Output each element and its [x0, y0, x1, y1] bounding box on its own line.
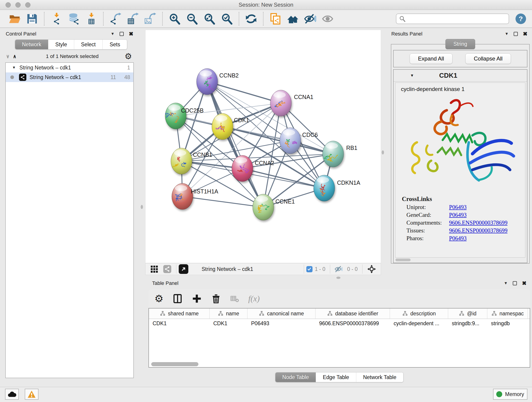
expand-all-networks-icon[interactable]: ∧∧ — [13, 55, 16, 58]
table-options-gear-icon[interactable]: ⚙ — [154, 294, 163, 303]
table-cell[interactable]: P06493 — [247, 319, 316, 329]
node-CCNA1[interactable] — [270, 90, 291, 116]
tab-sets[interactable]: Sets — [103, 40, 127, 49]
column-header-shared-name[interactable]: shared name — [149, 308, 210, 319]
right-splitter-handle[interactable] — [382, 150, 384, 154]
show-columns-icon[interactable] — [172, 294, 183, 304]
add-column-icon[interactable] — [192, 294, 202, 304]
table-cell[interactable]: CDK1 — [210, 319, 247, 329]
tab-network-table[interactable]: Network Table — [356, 372, 403, 382]
table-hscrollbar[interactable] — [151, 362, 198, 366]
close-panel-icon[interactable]: ✖ — [522, 280, 526, 287]
table-cell[interactable]: 9606.ENSP00000378699 — [316, 319, 390, 329]
node-table[interactable]: shared namenamecanonical namedatabase id… — [148, 308, 530, 368]
collection-expander-icon[interactable]: ▼ — [12, 65, 16, 70]
crosslink-link[interactable]: 9606.ENSP00000378699 — [449, 227, 507, 234]
zoom-fit-button[interactable] — [202, 12, 217, 26]
float-panel-icon[interactable] — [120, 32, 124, 36]
edge-HIST1H1A-CCNE1[interactable] — [182, 196, 263, 207]
crosslink-link[interactable]: P06493 — [449, 204, 467, 211]
tab-network[interactable]: Network — [15, 40, 48, 49]
tab-node-table[interactable]: Node Table — [275, 372, 316, 382]
table-cell[interactable]: stringdb — [487, 319, 528, 329]
memory-button[interactable]: Memory — [493, 389, 527, 400]
table-cell[interactable]: cyclin-dependent ... — [390, 319, 448, 329]
search-input[interactable] — [407, 16, 506, 22]
results-hscrollbar[interactable] — [395, 259, 411, 261]
edge-CDK1-RB1[interactable] — [222, 127, 333, 154]
edge-CCNA1-HIST1H1A[interactable] — [182, 103, 281, 196]
zoom-in-button[interactable] — [167, 12, 182, 26]
tab-style[interactable]: Style — [48, 40, 74, 49]
close-panel-icon[interactable]: ✖ — [523, 31, 527, 37]
network-graph[interactable]: CCNB2CCNA1CDC25BCDK1CDC6RB1CCNB1CCNA2CDK… — [146, 30, 381, 263]
node-RB1[interactable] — [323, 141, 344, 167]
left-splitter-handle[interactable] — [141, 205, 143, 209]
node-CCNB1[interactable] — [171, 148, 192, 174]
node-CCNE1[interactable] — [253, 194, 274, 220]
float-panel-icon[interactable] — [514, 32, 518, 36]
panel-menu-icon[interactable]: ▼ — [504, 281, 508, 286]
hidden-eye-icon[interactable] — [335, 265, 342, 273]
network-options-gear-icon[interactable]: ⚙ — [125, 52, 132, 61]
close-panel-icon[interactable]: ✖ — [129, 31, 133, 37]
node-CCNA2[interactable] — [232, 155, 253, 182]
expand-all-button[interactable]: Expand All — [410, 53, 452, 64]
grid-view-button[interactable] — [150, 265, 158, 273]
network-canvas[interactable]: CCNB2CCNA1CDC25BCDK1CDC6RB1CCNB1CCNA2CDK… — [145, 30, 381, 263]
hide-selected-button[interactable] — [303, 12, 317, 26]
crosslink-link[interactable]: 9606.ENSP00000378699 — [449, 220, 507, 226]
home-layout-button[interactable] — [285, 12, 300, 26]
zoom-selected-button[interactable] — [220, 12, 234, 26]
export-network-button[interactable] — [108, 12, 123, 26]
collapse-all-networks-icon[interactable]: ∨∨ — [6, 55, 9, 58]
column-header-namespac[interactable]: namespac — [487, 308, 528, 319]
network-collection-row[interactable]: ▼ String Network – cdk1 1 — [6, 63, 133, 72]
show-all-button[interactable] — [320, 12, 335, 26]
export-image-button[interactable] — [143, 12, 158, 26]
column-header-database-identifier[interactable]: database identifier — [316, 308, 390, 319]
collapse-all-button[interactable]: Collapse All — [465, 53, 511, 64]
float-panel-icon[interactable] — [513, 281, 517, 285]
crosslink-link[interactable]: P06493 — [449, 235, 467, 242]
column-header-name[interactable]: name — [210, 308, 247, 319]
tab-string[interactable]: String — [445, 39, 475, 49]
import-network-file-button[interactable] — [49, 12, 64, 26]
panel-menu-icon[interactable]: ▼ — [505, 32, 509, 36]
column-header-description[interactable]: description — [390, 308, 448, 319]
tab-select[interactable]: Select — [74, 40, 103, 49]
entry-expander-icon[interactable]: ▼ — [410, 73, 414, 78]
table-cell[interactable]: CDK1 — [149, 319, 210, 329]
node-CDK1[interactable] — [212, 114, 233, 140]
network-view-button[interactable] — [163, 265, 172, 274]
node-HIST1H1A[interactable] — [172, 183, 193, 210]
bottom-splitter-handle[interactable] — [336, 277, 341, 279]
node-CDC6[interactable] — [280, 128, 301, 154]
import-network-database-button[interactable] — [66, 12, 81, 26]
panel-menu-icon[interactable]: ▼ — [111, 32, 114, 36]
save-session-button[interactable] — [25, 12, 39, 26]
node-CDC25B[interactable] — [165, 103, 186, 129]
table-row[interactable]: CDK1CDK1P064939606.ENSP00000378699cyclin… — [149, 319, 530, 329]
edge-CCNB2-CCNA1[interactable] — [207, 82, 281, 103]
duplicate-network-button[interactable] — [268, 12, 283, 26]
toolbar-search[interactable] — [396, 13, 509, 24]
node-CCNB2[interactable] — [196, 69, 218, 95]
table-cell[interactable]: stringdb:9... — [448, 319, 487, 329]
apply-style-refresh-button[interactable] — [244, 12, 259, 26]
delete-column-icon[interactable] — [211, 294, 221, 304]
warnings-button[interactable] — [25, 389, 38, 400]
export-table-button[interactable] — [126, 12, 140, 26]
node-CDKN1A[interactable] — [314, 175, 335, 201]
cloud-status-button[interactable] — [5, 389, 19, 400]
function-builder-icon[interactable]: f(x) — [248, 294, 260, 303]
birds-eye-view-icon[interactable] — [367, 264, 376, 274]
zoom-out-button[interactable] — [185, 12, 199, 26]
delete-table-icon[interactable] — [230, 294, 239, 304]
detach-view-button[interactable] — [179, 264, 188, 274]
column-header-canonical-name[interactable]: canonical name — [247, 308, 316, 319]
crosslink-link[interactable]: P06493 — [449, 212, 467, 218]
column-header--id[interactable]: @id — [448, 308, 487, 319]
selected-checkbox-icon[interactable] — [306, 266, 312, 272]
import-table-file-button[interactable] — [84, 12, 99, 26]
